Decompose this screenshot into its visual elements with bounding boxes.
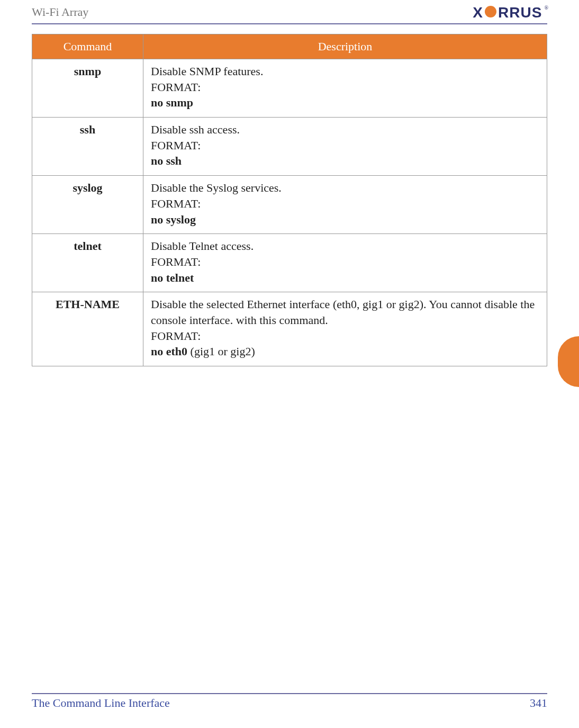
table-row: ETH-NAME Disable the selected Ethernet i… [32,292,547,366]
side-tab-icon [558,336,579,387]
logo-text-post: RRUS [498,4,542,21]
format-label: FORMAT: [151,138,539,154]
format-label: FORMAT: [151,79,539,95]
header-title: Wi-Fi Array [32,3,88,19]
cmd-name: snmp [32,59,143,118]
command-table: Command Description snmp Disable SNMP fe… [32,34,547,366]
format-command: no ssh [151,153,539,169]
format-command: no syslog [151,212,539,228]
table-row: snmp Disable SNMP features. FORMAT: no s… [32,59,547,118]
cmd-desc: Disable SNMP features. FORMAT: no snmp [143,59,547,118]
format-command: no snmp [151,95,539,111]
desc-text: Disable the Syslog services. [151,180,539,196]
footer-page-number: 341 [530,696,547,710]
cmd-desc: Disable Telnet access. FORMAT: no telnet [143,234,547,292]
desc-text: Disable ssh access. [151,122,539,138]
desc-text: Disable the selected Ethernet interface … [151,296,539,328]
logo-dot-icon [485,6,496,17]
page-footer: The Command Line Interface 341 [32,693,547,710]
desc-text: Disable SNMP features. [151,64,539,79]
format-label: FORMAT: [151,196,539,212]
content-area: Command Description snmp Disable SNMP fe… [32,24,547,366]
th-command: Command [32,34,143,59]
format-label: FORMAT: [151,254,539,270]
cmd-desc: Disable the selected Ethernet interface … [143,292,547,366]
cmd-name: ETH-NAME [32,292,143,366]
table-row: telnet Disable Telnet access. FORMAT: no… [32,234,547,292]
th-description: Description [143,34,547,59]
brand-logo: X RRUS ® [473,3,547,21]
cmd-desc: Disable ssh access. FORMAT: no ssh [143,118,547,176]
cmd-desc: Disable the Syslog services. FORMAT: no … [143,176,547,234]
format-command: no eth0 (gig1 or gig2) [151,344,539,359]
desc-text: Disable Telnet access. [151,238,539,254]
footer-title: The Command Line Interface [32,696,170,710]
table-row: syslog Disable the Syslog services. FORM… [32,176,547,234]
page-header: Wi-Fi Array X RRUS ® [32,0,547,24]
logo-text-pre: X [473,4,483,21]
cmd-name: telnet [32,234,143,292]
format-command: no telnet [151,270,539,286]
table-row: ssh Disable ssh access. FORMAT: no ssh [32,118,547,176]
cmd-name: ssh [32,118,143,176]
registered-mark: ® [544,5,548,11]
table-header-row: Command Description [32,34,547,59]
cmd-name: syslog [32,176,143,234]
format-label: FORMAT: [151,328,539,344]
